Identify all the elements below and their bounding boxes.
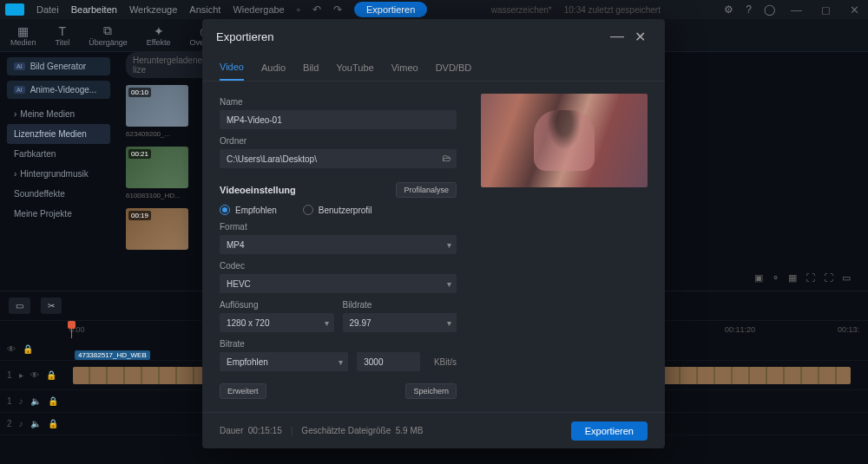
effects-icon: ✦ <box>154 24 164 38</box>
media-label: 610083100_HD... <box>126 192 213 199</box>
folder-input[interactable] <box>220 149 457 168</box>
playhead[interactable] <box>71 321 72 338</box>
close-window-icon[interactable]: ✕ <box>846 3 863 16</box>
profile-analysis-button[interactable]: Profilanalyse <box>396 182 457 198</box>
sidebar-item-meine-medien[interactable]: ›Meine Medien <box>7 104 110 124</box>
bild-generator-button[interactable]: AIBild Generator <box>7 57 110 75</box>
export-primary-button[interactable]: Exportieren <box>571 422 648 441</box>
tool-medien[interactable]: ▦Medien <box>5 23 42 49</box>
radio-recommended[interactable]: Empfohlen <box>220 205 277 215</box>
lock-icon[interactable]: 🔒 <box>48 396 58 406</box>
gear-icon[interactable]: ⚙ <box>724 3 733 16</box>
help-icon[interactable]: ? <box>746 3 752 16</box>
menu-werkzeuge[interactable]: Werkzeuge <box>129 4 177 15</box>
lock-icon[interactable]: 🔒 <box>23 344 33 354</box>
chevron-right-icon: › <box>14 109 16 119</box>
media-thumb[interactable]: 00:10 <box>126 85 188 127</box>
audio-icon: ♪ <box>19 419 23 428</box>
radio-dot-icon <box>220 205 230 215</box>
framerate-select[interactable]: 29.97 <box>343 313 457 332</box>
sidebar-item-meine-projekte[interactable]: Meine Projekte <box>7 204 110 224</box>
title-icon: T <box>59 24 67 38</box>
tool-uebergaenge[interactable]: ⧉Übergänge <box>83 23 133 49</box>
tl-tool-icon[interactable]: ▭ <box>9 297 30 314</box>
sidebar-item-farbkarten[interactable]: Farbkarten <box>7 144 110 164</box>
resolution-select[interactable]: 1280 x 720 <box>220 313 334 332</box>
clip-label: 473382517_HD_WEB <box>75 350 150 360</box>
eye-icon[interactable]: 👁 <box>7 344 16 354</box>
modal-footer: Dauer 00:15:15 | Geschätzte Dateigröße 5… <box>202 412 665 448</box>
save-icon[interactable]: ▫ <box>297 3 300 16</box>
aspect-icon[interactable]: ▭ <box>842 272 851 284</box>
resolution-label: Auflösung <box>220 300 334 310</box>
sidebar: AIBild Generator AIAnime-Videoge... ›Mei… <box>0 52 117 286</box>
crop-icon[interactable]: ⛶ <box>806 272 815 284</box>
export-preview-thumbnail <box>481 94 648 187</box>
ai-badge-icon: AI <box>14 86 25 94</box>
tab-youtube[interactable]: YouTube <box>336 56 373 80</box>
duration-value: 00:15:15 <box>248 426 282 435</box>
lock-icon[interactable]: 🔒 <box>48 419 58 428</box>
account-icon[interactable]: ◯ <box>764 3 775 16</box>
media-thumb[interactable]: 00:21 <box>126 147 188 188</box>
minimize-icon[interactable]: — <box>787 3 806 16</box>
export-button-top[interactable]: Exportieren <box>354 2 427 17</box>
video-settings-header: Videoeinstellung <box>220 185 296 195</box>
tab-bild[interactable]: Bild <box>303 56 319 80</box>
grid-icon[interactable]: ▦ <box>788 272 797 284</box>
browse-folder-icon[interactable]: 🗁 <box>442 153 451 163</box>
sidebar-item-lizenzfreie-medien[interactable]: Lizenzfreie Medien <box>7 124 110 144</box>
mute-icon[interactable]: 🔈 <box>30 419 41 428</box>
media-icon: ▦ <box>17 24 29 38</box>
tab-vimeo[interactable]: Vimeo <box>391 56 418 80</box>
sidebar-item-soundeffekte[interactable]: Soundeffekte <box>7 184 110 204</box>
anime-videogen-button[interactable]: AIAnime-Videoge... <box>7 81 110 99</box>
tab-audio[interactable]: Audio <box>261 56 286 80</box>
modal-title: Exportieren <box>216 30 605 43</box>
fullscreen-icon[interactable]: ⛶ <box>824 272 833 284</box>
format-select[interactable]: MP4 <box>220 235 457 254</box>
name-input[interactable] <box>220 110 457 129</box>
menu-bearbeiten[interactable]: Bearbeiten <box>71 4 117 15</box>
menubar: Datei Bearbeiten Werkzeuge Ansicht Wiede… <box>0 0 868 19</box>
modal-header: Exportieren — ✕ <box>202 19 665 54</box>
radio-userprofile[interactable]: Benutzerprofil <box>303 205 372 215</box>
camera-icon[interactable]: ▣ <box>754 272 763 284</box>
media-filter-pill[interactable]: Heruntergeladene lize <box>126 52 213 78</box>
tl-cut-icon[interactable]: ✂ <box>41 297 62 314</box>
codec-select[interactable]: HEVC <box>220 274 457 293</box>
media-panel: Heruntergeladene lize 00:10 623409200_..… <box>126 52 213 253</box>
menu-ansicht[interactable]: Ansicht <box>189 4 220 15</box>
menu-wiedergabe[interactable]: Wiedergabe <box>233 4 284 15</box>
mute-icon[interactable]: 🔈 <box>30 396 41 406</box>
bitrate-input[interactable] <box>357 352 420 371</box>
doc-name: wasserzeichen* <box>491 5 552 15</box>
maximize-icon[interactable]: ◻ <box>818 3 834 16</box>
media-label: 623409200_... <box>126 130 213 138</box>
preview-toolbar: ▣ ⚬ ▦ ⛶ ⛶ ▭ <box>754 272 851 284</box>
lock-icon[interactable]: 🔒 <box>46 370 56 380</box>
minimize-modal-icon[interactable]: — <box>605 29 629 44</box>
video-icon: ▸ <box>19 370 23 380</box>
undo-icon[interactable]: ↶ <box>312 3 321 16</box>
sidebar-item-hintergrundmusik[interactable]: ›Hintergrundmusik <box>7 164 110 184</box>
settings-icon[interactable]: ⚬ <box>772 272 779 284</box>
redo-icon[interactable]: ↷ <box>333 3 342 16</box>
transition-icon: ⧉ <box>103 24 112 38</box>
tool-effekte[interactable]: ✦Effekte <box>141 23 176 49</box>
tool-titel[interactable]: TTitel <box>50 23 76 49</box>
bitrate-unit: KBit/s <box>434 357 457 367</box>
advanced-button[interactable]: Erweitert <box>220 383 266 399</box>
media-thumb[interactable]: 00:19 <box>126 208 188 250</box>
format-label: Format <box>220 222 457 232</box>
preview-column <box>481 90 648 403</box>
export-tabs: Video Audio Bild YouTube Vimeo DVD/BD <box>202 54 665 82</box>
tab-video[interactable]: Video <box>220 55 244 81</box>
codec-label: Codec <box>220 261 457 271</box>
menu-datei[interactable]: Datei <box>36 4 59 15</box>
close-modal-icon[interactable]: ✕ <box>629 29 651 45</box>
eye-icon[interactable]: 👁 <box>30 370 39 380</box>
tab-dvdbd[interactable]: DVD/BD <box>436 56 472 80</box>
bitrate-mode-select[interactable]: Empfohlen <box>220 352 348 371</box>
save-profile-button[interactable]: Speichern <box>405 383 457 399</box>
